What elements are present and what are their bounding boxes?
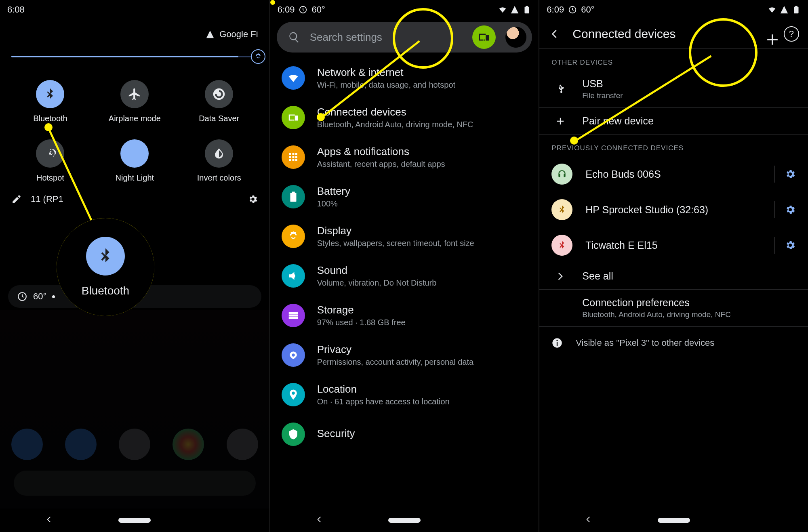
search-placeholder: Search settings <box>310 31 463 44</box>
callout-bluetooth-icon <box>86 237 125 275</box>
nav-bar <box>539 509 808 532</box>
battery-icon <box>522 5 531 14</box>
phone-connected-devices: 6:09 60° Connected devices ? OTHER DEVIC… <box>539 0 808 532</box>
nav-bar <box>0 509 269 532</box>
privacy-icon <box>282 343 305 367</box>
settings-row-security[interactable]: Security <box>270 414 539 454</box>
qs-label: Invert colors <box>197 173 241 183</box>
security-icon <box>282 423 305 446</box>
display-icon <box>282 225 305 248</box>
phone-quick-settings: 6:08 Google Fi BluetoothAirplane modeDat… <box>0 0 269 532</box>
settings-row-location[interactable]: LocationOn · 61 apps have access to loca… <box>270 375 539 414</box>
nav-home-handle[interactable] <box>118 518 151 523</box>
qs-tile-invert[interactable]: Invert colors <box>177 139 261 183</box>
nav-home-handle[interactable] <box>388 518 421 523</box>
clock-icon <box>17 291 27 302</box>
device-type-icon <box>551 199 572 220</box>
carrier-label: Google Fi <box>219 29 258 40</box>
usb-row[interactable]: USBFile transfer <box>539 71 808 107</box>
edit-tiles-icon[interactable] <box>11 194 22 204</box>
qs-tile-datasaver[interactable]: Data Saver <box>177 80 261 123</box>
device-row[interactable]: HP Sprocket Studio (32:63) <box>539 192 808 227</box>
settings-row-devices[interactable]: Connected devicesBluetooth, Android Auto… <box>270 98 539 137</box>
gear-icon[interactable] <box>785 240 796 251</box>
status-time: 6:08 <box>7 4 25 15</box>
qs-label: Night Light <box>116 173 154 183</box>
info-icon <box>551 337 563 349</box>
signal-icon <box>206 30 215 39</box>
gear-icon[interactable] <box>785 204 796 215</box>
bluetooth-icon <box>36 80 64 108</box>
settings-search-bar[interactable]: Search settings <box>277 22 532 53</box>
usb-icon <box>551 84 569 95</box>
dock-chrome-icon[interactable] <box>173 429 204 460</box>
settings-row-battery[interactable]: Battery100% <box>270 177 539 217</box>
search-icon <box>288 31 300 43</box>
device-row[interactable]: Ticwatch E El15 <box>539 227 808 263</box>
signal-icon <box>510 5 519 14</box>
brightness-knob[interactable] <box>251 49 265 64</box>
settings-row-storage[interactable]: Storage97% used · 1.68 GB free <box>270 296 539 335</box>
dock-calculator-icon[interactable] <box>119 429 150 460</box>
brightness-slider[interactable] <box>11 56 258 57</box>
phone-settings-list: 6:09 60° Search settings Network & inter… <box>269 0 539 532</box>
location-icon <box>282 383 305 406</box>
status-time: 6:09 <box>278 4 295 15</box>
battery-icon <box>792 5 801 14</box>
build-label: 11 (RP1 <box>31 194 63 204</box>
pair-new-device-row[interactable]: Pair new device <box>539 108 808 134</box>
nav-home-handle[interactable] <box>658 518 690 523</box>
hotspot-icon <box>36 139 64 168</box>
status-bar: 6:09 60° <box>270 0 539 19</box>
qs-tile-nightlight[interactable]: Night Light <box>93 139 177 183</box>
qs-tile-airplane[interactable]: Airplane mode <box>93 80 177 123</box>
wifi-icon <box>498 5 507 14</box>
settings-row-display[interactable]: DisplayStyles, wallpapers, screen timeou… <box>270 217 539 256</box>
carrier-row: Google Fi <box>0 19 269 44</box>
dock-messages-icon[interactable] <box>65 429 97 460</box>
google-search-bar[interactable] <box>14 471 256 496</box>
devices-icon <box>282 106 305 129</box>
dock-camera-icon[interactable] <box>227 429 258 460</box>
see-all-row[interactable]: See all <box>539 263 808 289</box>
settings-gear-icon[interactable] <box>248 194 258 204</box>
settings-row-wifi[interactable]: Network & internetWi-Fi, mobile, data us… <box>270 58 539 98</box>
qs-tile-bluetooth[interactable]: Bluetooth <box>8 80 93 123</box>
qs-tile-hotspot[interactable]: Hotspot <box>8 139 93 183</box>
signal-icon <box>780 5 789 14</box>
gear-icon[interactable] <box>785 168 796 180</box>
qs-label: Airplane mode <box>109 114 161 123</box>
clock-icon <box>568 5 577 14</box>
qs-label: Hotspot <box>36 173 64 183</box>
settings-row-apps[interactable]: Apps & notificationsAssistant, recent ap… <box>270 137 539 177</box>
status-time: 6:09 <box>547 4 564 15</box>
account-avatar[interactable] <box>505 27 526 48</box>
qs-label: Data Saver <box>199 114 239 123</box>
device-row[interactable]: Echo Buds 006S <box>539 156 808 192</box>
wifi-icon <box>282 66 305 90</box>
status-temp: 60° <box>581 4 594 15</box>
chevron-right-icon <box>551 271 569 282</box>
home-screen-dimmed <box>0 310 269 509</box>
connected-devices-shortcut-icon[interactable] <box>472 25 496 49</box>
sound-icon <box>282 264 305 288</box>
plus-icon <box>551 116 569 127</box>
settings-row-sound[interactable]: SoundVolume, vibration, Do Not Disturb <box>270 256 539 296</box>
invert-icon <box>205 139 233 168</box>
page-title: Connected devices <box>572 27 675 41</box>
back-arrow-icon[interactable] <box>548 28 560 40</box>
datasaver-icon <box>205 80 233 108</box>
nav-back-icon[interactable] <box>44 515 53 526</box>
status-bar: 6:09 60° <box>539 0 808 19</box>
nav-back-icon[interactable] <box>584 515 593 526</box>
callout-zoom: Bluetooth <box>57 218 154 316</box>
airplane-icon <box>120 80 149 108</box>
device-type-icon <box>551 235 572 256</box>
dot-separator <box>52 295 55 298</box>
connection-preferences-row[interactable]: Connection preferencesBluetooth, Android… <box>539 290 808 326</box>
floating-plus-zoom <box>756 23 789 56</box>
callout-label: Bluetooth <box>82 284 129 297</box>
settings-row-privacy[interactable]: PrivacyPermissions, account activity, pe… <box>270 335 539 375</box>
dock-phone-icon[interactable] <box>11 429 43 460</box>
nav-back-icon[interactable] <box>315 515 324 526</box>
